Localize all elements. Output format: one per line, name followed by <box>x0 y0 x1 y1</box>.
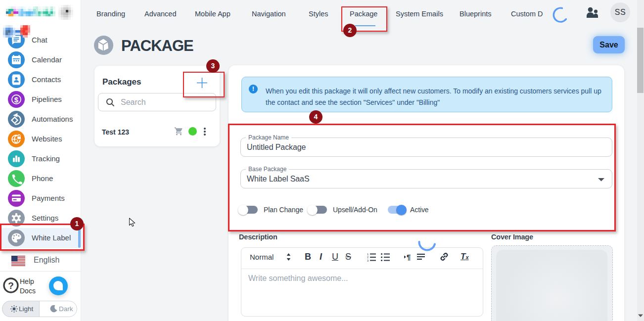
svg-text:$: $ <box>14 95 19 104</box>
svg-text:¶: ¶ <box>407 253 411 261</box>
svg-text:?: ? <box>8 280 14 291</box>
svg-text:3: 3 <box>367 259 368 262</box>
svg-text:2: 2 <box>367 256 368 259</box>
svg-text:1: 1 <box>367 253 368 256</box>
